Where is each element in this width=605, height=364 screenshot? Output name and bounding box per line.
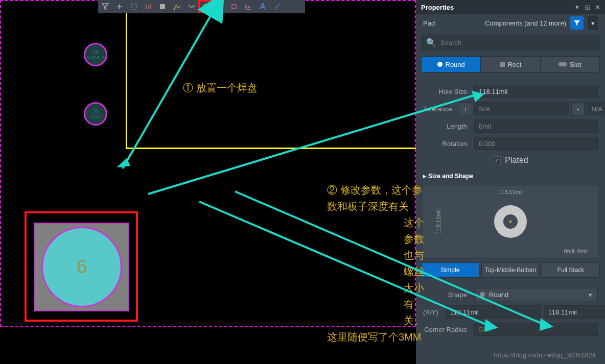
selected-pad-preview[interactable]: 6: [34, 223, 129, 311]
svg-point-2: [174, 9, 175, 10]
canvas-toolbar: A: [98, 0, 305, 13]
round-tab[interactable]: Round: [422, 57, 481, 72]
hole-shape-segment: Round Rect Slot: [421, 56, 600, 72]
search-input[interactable]: [440, 39, 595, 46]
plated-label: Plated: [505, 156, 528, 165]
svg-rect-1: [160, 4, 165, 9]
rotation-label: Rotation: [423, 140, 474, 148]
dim-height: 118.11mil: [435, 209, 441, 234]
svg-rect-6: [232, 5, 236, 9]
image-icon[interactable]: [213, 0, 227, 13]
xy-row: (X/Y): [416, 303, 605, 321]
tol-plus-button[interactable]: +: [459, 102, 472, 115]
pad-net: NetC6_2: [86, 55, 105, 60]
select-icon[interactable]: [127, 0, 141, 13]
plus-icon[interactable]: [112, 0, 127, 13]
rotation-input[interactable]: [474, 137, 598, 150]
pcb-canvas[interactable]: A 19 NetC6_2 20 GND 6 ① 放置一个焊盘 ② 修改参数，这个…: [0, 0, 416, 364]
panel-header: Properties ▼ ◱ ✕: [416, 0, 605, 14]
xy-label: (X/Y): [423, 308, 446, 316]
shape-label: Shape: [423, 291, 474, 299]
object-row: Pad Components (and 12 more) ▾: [416, 14, 605, 32]
tol-minus-input[interactable]: [587, 102, 605, 115]
shape-row: Shape Round: [416, 286, 605, 303]
annotation-2: ② 修改参数，这个参数和板子深度有关 这个参数也与螺丝大小有关。 这里随便写了个…: [327, 182, 424, 345]
wave-icon[interactable]: [184, 0, 198, 13]
dim-origin: 0mil, 0mil: [564, 248, 588, 254]
x-input[interactable]: [446, 305, 541, 319]
align-icon[interactable]: [141, 0, 155, 13]
size-shape-section[interactable]: ▸ Size and Shape: [416, 168, 605, 184]
pad-number: 20: [92, 108, 99, 114]
shape-select[interactable]: Round: [474, 288, 598, 301]
pad-number: 6: [77, 256, 87, 278]
length-label: Length: [423, 123, 474, 130]
rect-tab[interactable]: Rect: [481, 57, 540, 72]
pin-icon[interactable]: ▼: [574, 4, 580, 11]
corner-label: Corner Radius: [423, 326, 474, 333]
maximize-icon[interactable]: ◱: [585, 4, 590, 11]
text-icon[interactable]: A: [255, 0, 270, 13]
grid-icon[interactable]: [155, 0, 170, 13]
pad-number: 19: [92, 49, 99, 55]
simple-button[interactable]: Simple: [421, 262, 479, 278]
y-input[interactable]: [544, 305, 605, 319]
tol-plus-input[interactable]: [474, 102, 569, 115]
annotation-1: ① 放置一个焊盘: [183, 80, 258, 96]
hole-size-row: Hole Size: [416, 83, 605, 100]
search-icon: 🔍: [426, 38, 436, 47]
pad-20[interactable]: 20 GND: [84, 102, 107, 126]
svg-point-4: [204, 6, 206, 8]
panel-title: Properties: [421, 4, 454, 11]
stack-mode-segment: Simple Top-Middle-Bottom Full Stack: [421, 262, 600, 278]
filter-dropdown[interactable]: ▾: [588, 16, 598, 30]
pad-preview: 118.11mil 118.11mil 0mil, 0mil: [423, 186, 598, 257]
pad-19[interactable]: 19 NetC6_2: [84, 43, 107, 66]
hole-size-label: Hole Size: [423, 88, 474, 95]
watermark: https://blog.csdn.net/qq_38351824: [494, 351, 596, 359]
properties-panel: Properties ▼ ◱ ✕ Pad Components (and 12 …: [416, 0, 605, 364]
tolerance-label: Tolerance: [423, 105, 459, 113]
tolerance-row: Tolerance + -: [416, 100, 605, 117]
line-icon[interactable]: [270, 0, 284, 13]
length-input[interactable]: [474, 119, 598, 133]
plated-checkbox[interactable]: ✓: [493, 156, 501, 164]
corner-input[interactable]: [474, 323, 598, 336]
tol-minus-button[interactable]: -: [571, 102, 585, 115]
object-type: Pad: [423, 19, 435, 27]
filter-icon[interactable]: [98, 0, 112, 13]
close-icon[interactable]: ✕: [595, 4, 600, 11]
hole-size-input[interactable]: [474, 85, 598, 98]
length-row: Length: [416, 117, 605, 135]
box-icon[interactable]: [227, 0, 241, 13]
search-row: 🔍: [421, 35, 600, 50]
pad-net: GND: [90, 114, 101, 119]
filter-text: Components (and 12 more): [485, 19, 566, 27]
dim-width: 118.11mil: [498, 189, 523, 195]
path-icon[interactable]: [170, 0, 184, 13]
chart-icon[interactable]: [241, 0, 255, 13]
corner-row: Corner Radius: [416, 321, 605, 338]
plated-row: ✓ Plated: [416, 152, 605, 168]
pad-tool-icon[interactable]: [198, 0, 213, 13]
rotation-row: Rotation: [416, 135, 605, 152]
tmb-button[interactable]: Top-Middle-Bottom: [481, 262, 540, 278]
slot-tab[interactable]: Slot: [541, 57, 599, 72]
svg-rect-0: [131, 4, 136, 9]
fullstack-button[interactable]: Full Stack: [542, 262, 600, 278]
filter-button[interactable]: [570, 16, 584, 30]
